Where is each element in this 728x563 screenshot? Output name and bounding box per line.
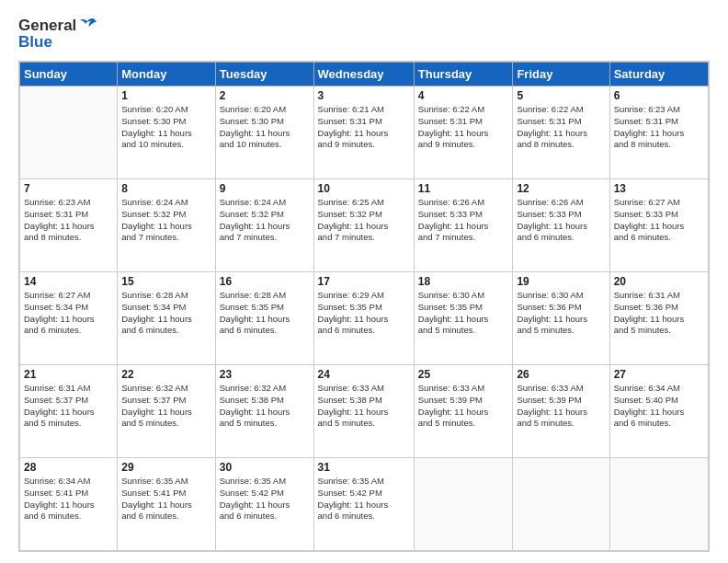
day-number: 12 [517, 182, 605, 195]
calendar-cell: 3Sunrise: 6:21 AM Sunset: 5:31 PM Daylig… [313, 86, 414, 179]
calendar-cell: 15Sunrise: 6:28 AM Sunset: 5:34 PM Dayli… [118, 272, 216, 365]
day-number: 1 [121, 89, 211, 102]
day-info: Sunrise: 6:23 AM Sunset: 5:31 PM Dayligh… [614, 104, 704, 151]
logo-general: General [18, 17, 76, 35]
calendar-cell: 5Sunrise: 6:22 AM Sunset: 5:31 PM Daylig… [513, 86, 609, 179]
day-info: Sunrise: 6:34 AM Sunset: 5:41 PM Dayligh… [24, 476, 113, 523]
week-row-2: 7Sunrise: 6:23 AM Sunset: 5:31 PM Daylig… [20, 179, 709, 272]
day-info: Sunrise: 6:24 AM Sunset: 5:32 PM Dayligh… [121, 197, 211, 244]
week-row-4: 21Sunrise: 6:31 AM Sunset: 5:37 PM Dayli… [20, 365, 709, 458]
day-number: 26 [517, 368, 605, 381]
day-info: Sunrise: 6:35 AM Sunset: 5:41 PM Dayligh… [121, 476, 211, 523]
calendar-cell [513, 458, 609, 551]
day-number: 11 [418, 182, 509, 195]
calendar-cell: 21Sunrise: 6:31 AM Sunset: 5:37 PM Dayli… [20, 365, 118, 458]
day-info: Sunrise: 6:22 AM Sunset: 5:31 PM Dayligh… [418, 104, 509, 151]
calendar-cell: 30Sunrise: 6:35 AM Sunset: 5:42 PM Dayli… [215, 458, 313, 551]
weekday-header-thursday: Thursday [414, 63, 513, 86]
calendar-cell: 26Sunrise: 6:33 AM Sunset: 5:39 PM Dayli… [513, 365, 609, 458]
day-number: 31 [318, 461, 410, 474]
day-info: Sunrise: 6:30 AM Sunset: 5:35 PM Dayligh… [418, 290, 509, 337]
calendar-cell: 22Sunrise: 6:32 AM Sunset: 5:37 PM Dayli… [118, 365, 216, 458]
calendar-cell: 25Sunrise: 6:33 AM Sunset: 5:39 PM Dayli… [414, 365, 513, 458]
day-number: 8 [121, 182, 211, 195]
weekday-header-wednesday: Wednesday [313, 63, 414, 86]
day-number: 5 [517, 89, 605, 102]
day-number: 17 [318, 275, 410, 288]
day-info: Sunrise: 6:20 AM Sunset: 5:30 PM Dayligh… [121, 104, 211, 151]
day-number: 28 [24, 461, 113, 474]
day-info: Sunrise: 6:27 AM Sunset: 5:34 PM Dayligh… [24, 290, 113, 337]
day-number: 23 [220, 368, 310, 381]
weekday-header-row: SundayMondayTuesdayWednesdayThursdayFrid… [20, 63, 709, 86]
logo-blue: Blue [18, 33, 52, 52]
weekday-header-saturday: Saturday [609, 63, 708, 86]
weekday-header-sunday: Sunday [20, 63, 118, 86]
calendar-cell: 13Sunrise: 6:27 AM Sunset: 5:33 PM Dayli… [609, 179, 708, 272]
day-number: 30 [220, 461, 310, 474]
day-info: Sunrise: 6:20 AM Sunset: 5:30 PM Dayligh… [220, 104, 310, 151]
day-info: Sunrise: 6:31 AM Sunset: 5:36 PM Dayligh… [614, 290, 704, 337]
calendar-cell [414, 458, 513, 551]
day-info: Sunrise: 6:26 AM Sunset: 5:33 PM Dayligh… [418, 197, 509, 244]
calendar-cell [20, 86, 118, 179]
logo: General Blue [18, 17, 98, 52]
calendar-cell: 23Sunrise: 6:32 AM Sunset: 5:38 PM Dayli… [215, 365, 313, 458]
calendar-cell [609, 458, 708, 551]
calendar-cell: 16Sunrise: 6:28 AM Sunset: 5:35 PM Dayli… [215, 272, 313, 365]
calendar-cell: 19Sunrise: 6:30 AM Sunset: 5:36 PM Dayli… [513, 272, 609, 365]
day-number: 7 [24, 182, 113, 195]
day-number: 4 [418, 89, 509, 102]
weekday-header-monday: Monday [118, 63, 216, 86]
logo-bird-icon [78, 17, 98, 32]
calendar-cell: 8Sunrise: 6:24 AM Sunset: 5:32 PM Daylig… [118, 179, 216, 272]
calendar-cell: 4Sunrise: 6:22 AM Sunset: 5:31 PM Daylig… [414, 86, 513, 179]
day-number: 21 [24, 368, 113, 381]
calendar-cell: 17Sunrise: 6:29 AM Sunset: 5:35 PM Dayli… [313, 272, 414, 365]
day-info: Sunrise: 6:21 AM Sunset: 5:31 PM Dayligh… [318, 104, 410, 151]
calendar-cell: 18Sunrise: 6:30 AM Sunset: 5:35 PM Dayli… [414, 272, 513, 365]
day-info: Sunrise: 6:31 AM Sunset: 5:37 PM Dayligh… [24, 383, 113, 430]
day-number: 13 [614, 182, 704, 195]
day-info: Sunrise: 6:32 AM Sunset: 5:37 PM Dayligh… [121, 383, 211, 430]
calendar-cell: 29Sunrise: 6:35 AM Sunset: 5:41 PM Dayli… [118, 458, 216, 551]
day-info: Sunrise: 6:30 AM Sunset: 5:36 PM Dayligh… [517, 290, 605, 337]
day-number: 3 [318, 89, 410, 102]
day-number: 16 [220, 275, 310, 288]
weekday-header-friday: Friday [513, 63, 609, 86]
week-row-3: 14Sunrise: 6:27 AM Sunset: 5:34 PM Dayli… [20, 272, 709, 365]
day-info: Sunrise: 6:33 AM Sunset: 5:39 PM Dayligh… [418, 383, 509, 430]
calendar-cell: 9Sunrise: 6:24 AM Sunset: 5:32 PM Daylig… [215, 179, 313, 272]
week-row-5: 28Sunrise: 6:34 AM Sunset: 5:41 PM Dayli… [20, 458, 709, 551]
calendar-cell: 24Sunrise: 6:33 AM Sunset: 5:38 PM Dayli… [313, 365, 414, 458]
day-number: 14 [24, 275, 113, 288]
day-number: 18 [418, 275, 509, 288]
week-row-1: 1Sunrise: 6:20 AM Sunset: 5:30 PM Daylig… [20, 86, 709, 179]
calendar-cell: 11Sunrise: 6:26 AM Sunset: 5:33 PM Dayli… [414, 179, 513, 272]
calendar-cell: 1Sunrise: 6:20 AM Sunset: 5:30 PM Daylig… [118, 86, 216, 179]
calendar-cell: 28Sunrise: 6:34 AM Sunset: 5:41 PM Dayli… [20, 458, 118, 551]
calendar-cell: 27Sunrise: 6:34 AM Sunset: 5:40 PM Dayli… [609, 365, 708, 458]
day-info: Sunrise: 6:33 AM Sunset: 5:38 PM Dayligh… [318, 383, 410, 430]
day-info: Sunrise: 6:25 AM Sunset: 5:32 PM Dayligh… [318, 197, 410, 244]
day-info: Sunrise: 6:22 AM Sunset: 5:31 PM Dayligh… [517, 104, 605, 151]
calendar-cell: 10Sunrise: 6:25 AM Sunset: 5:32 PM Dayli… [313, 179, 414, 272]
day-info: Sunrise: 6:24 AM Sunset: 5:32 PM Dayligh… [220, 197, 310, 244]
calendar: SundayMondayTuesdayWednesdayThursdayFrid… [18, 61, 710, 552]
day-info: Sunrise: 6:33 AM Sunset: 5:39 PM Dayligh… [517, 383, 605, 430]
day-number: 22 [121, 368, 211, 381]
calendar-cell: 6Sunrise: 6:23 AM Sunset: 5:31 PM Daylig… [609, 86, 708, 179]
calendar-cell: 14Sunrise: 6:27 AM Sunset: 5:34 PM Dayli… [20, 272, 118, 365]
day-info: Sunrise: 6:32 AM Sunset: 5:38 PM Dayligh… [220, 383, 310, 430]
calendar-cell: 31Sunrise: 6:35 AM Sunset: 5:42 PM Dayli… [313, 458, 414, 551]
day-number: 15 [121, 275, 211, 288]
day-info: Sunrise: 6:26 AM Sunset: 5:33 PM Dayligh… [517, 197, 605, 244]
calendar-cell: 12Sunrise: 6:26 AM Sunset: 5:33 PM Dayli… [513, 179, 609, 272]
calendar-cell: 20Sunrise: 6:31 AM Sunset: 5:36 PM Dayli… [609, 272, 708, 365]
page: General Blue SundayMondayTuesdayWednesda… [0, 0, 728, 563]
day-number: 20 [614, 275, 704, 288]
day-info: Sunrise: 6:35 AM Sunset: 5:42 PM Dayligh… [318, 476, 410, 523]
weekday-header-tuesday: Tuesday [215, 63, 313, 86]
day-info: Sunrise: 6:35 AM Sunset: 5:42 PM Dayligh… [220, 476, 310, 523]
day-number: 24 [318, 368, 410, 381]
